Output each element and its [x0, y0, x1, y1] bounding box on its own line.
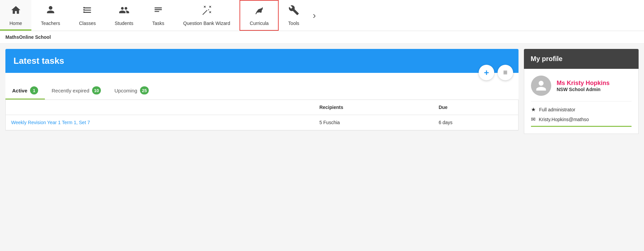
nav-item-students[interactable]: Students	[105, 0, 143, 31]
nav-item-tools[interactable]: Tools	[279, 0, 309, 31]
tools-icon	[288, 5, 299, 19]
avatar	[531, 76, 551, 96]
tab-active-label: Active	[12, 88, 27, 93]
col-recipients: Recipients	[314, 100, 433, 115]
nav-label-curricula: Curricula	[250, 21, 269, 26]
main-layout: Latest tasks + ≡ Active 1 Recently expir…	[0, 44, 644, 139]
svg-rect-0	[83, 7, 85, 8]
nav-item-teachers[interactable]: Teachers	[31, 0, 69, 31]
tasks-panel: Latest tasks + ≡ Active 1 Recently expir…	[5, 49, 519, 134]
tab-recently-expired-label: Recently expired	[52, 88, 89, 93]
tasks-table: Recipients Due Weekly Revision Year 1 Te…	[6, 100, 518, 130]
classes-icon	[82, 5, 93, 19]
nav-label-home: Home	[9, 21, 22, 26]
curricula-icon	[254, 5, 264, 19]
nav-label-teachers: Teachers	[41, 21, 60, 26]
tab-recently-expired[interactable]: Recently expired 10	[45, 82, 108, 100]
nav-item-question-bank-wizard[interactable]: Question Bank Wizard	[174, 0, 240, 31]
nav-item-home[interactable]: Home	[0, 0, 31, 31]
profile-panel: My profile Ms Kristy Hopkins NSW School …	[524, 49, 639, 134]
recipients-cell: 5 Fuschia	[314, 115, 433, 130]
nav-item-classes[interactable]: Classes	[69, 0, 105, 31]
svg-rect-1	[83, 9, 85, 10]
profile-admin-label: Full administrator	[539, 107, 575, 112]
nav-more[interactable]: ›	[309, 0, 320, 31]
nav-label-classes: Classes	[79, 21, 96, 26]
home-icon	[10, 5, 21, 19]
tab-recently-expired-badge: 10	[92, 86, 101, 94]
add-task-icon: +	[484, 67, 489, 78]
svg-rect-2	[83, 11, 85, 13]
nav-label-question-bank-wizard: Question Bank Wizard	[183, 21, 230, 26]
nav-label-tools: Tools	[288, 21, 299, 26]
profile-name-role: Ms Kristy Hopkins NSW School Admin	[557, 80, 610, 92]
teachers-icon	[45, 5, 56, 19]
add-task-button[interactable]: +	[479, 65, 494, 80]
tab-active-badge: 1	[30, 86, 38, 94]
nav-item-tasks[interactable]: Tasks	[143, 0, 174, 31]
profile-header: My profile	[524, 49, 639, 69]
tab-upcoming[interactable]: Upcoming 25	[108, 82, 156, 100]
profile-detail-admin: ★ Full administrator	[531, 106, 632, 113]
profile-footer	[531, 126, 632, 127]
top-navigation: Home Teachers Classes Students Tasks Que…	[0, 0, 644, 31]
profile-name: Ms Kristy Hopkins	[557, 80, 610, 87]
col-task	[6, 100, 314, 115]
profile-email-label: Kristy.Hopkins@mathso	[539, 117, 589, 122]
tab-upcoming-label: Upcoming	[114, 88, 137, 93]
task-link[interactable]: Weekly Revision Year 1 Term 1, Set 7	[11, 120, 90, 125]
wand-icon	[201, 5, 212, 19]
tasks-icon	[153, 5, 164, 19]
nav-item-curricula[interactable]: Curricula	[240, 0, 279, 31]
email-icon: ✉	[531, 116, 535, 122]
nav-label-tasks: Tasks	[152, 21, 164, 26]
profile-info: Ms Kristy Hopkins NSW School Admin	[531, 76, 632, 96]
list-view-button[interactable]: ≡	[498, 65, 513, 80]
tasks-title: Latest tasks	[13, 56, 510, 66]
school-name-label: MathsOnline School	[5, 34, 51, 40]
tasks-header: Latest tasks + ≡	[5, 49, 519, 73]
star-icon: ★	[531, 106, 536, 113]
table-row: Weekly Revision Year 1 Term 1, Set 7 5 F…	[6, 115, 518, 130]
students-icon	[119, 5, 130, 19]
tasks-tabs: Active 1 Recently expired 10 Upcoming 25	[5, 73, 519, 100]
tasks-table-container: Recipients Due Weekly Revision Year 1 Te…	[5, 100, 519, 131]
table-header-row: Recipients Due	[6, 100, 518, 115]
due-cell: 6 days	[433, 115, 518, 130]
profile-detail-email: ✉ Kristy.Hopkins@mathso	[531, 116, 632, 122]
profile-details: ★ Full administrator ✉ Kristy.Hopkins@ma…	[531, 101, 632, 122]
tab-active[interactable]: Active 1	[5, 82, 45, 100]
profile-body: Ms Kristy Hopkins NSW School Admin ★ Ful…	[524, 69, 639, 134]
tab-upcoming-badge: 25	[140, 86, 149, 94]
list-icon: ≡	[503, 68, 508, 77]
tasks-header-actions: + ≡	[479, 65, 513, 80]
col-due: Due	[433, 100, 518, 115]
nav-label-students: Students	[115, 21, 133, 26]
breadcrumb: MathsOnline School	[0, 31, 644, 44]
profile-role: NSW School Admin	[557, 87, 610, 92]
profile-title: My profile	[531, 55, 562, 62]
task-name-cell: Weekly Revision Year 1 Term 1, Set 7	[6, 115, 314, 130]
